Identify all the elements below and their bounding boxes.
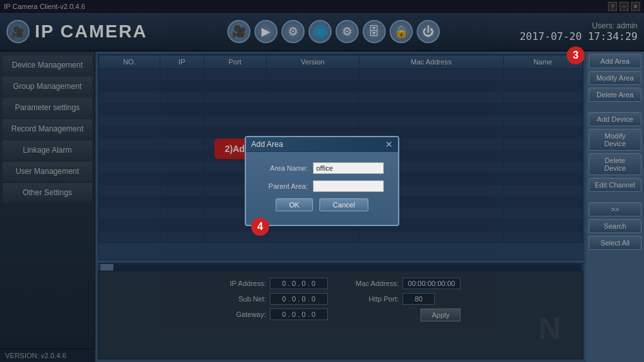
- step4-circle: 4: [251, 218, 269, 236]
- modal-title: Add Area: [251, 140, 283, 149]
- add-area-modal: Add Area ✕ Area Name: Parent Area: OK Ca…: [245, 136, 399, 226]
- area-name-input[interactable]: [313, 162, 384, 174]
- modal-title-bar: Add Area ✕: [246, 137, 398, 152]
- area-name-row: Area Name:: [256, 162, 388, 174]
- step3-circle: 3: [567, 46, 585, 64]
- modal-cancel-button[interactable]: Cancel: [319, 198, 368, 211]
- modal-close-button[interactable]: ✕: [385, 140, 393, 149]
- modal-ok-button[interactable]: OK: [276, 198, 313, 211]
- parent-area-row: Parent Area:: [256, 180, 388, 192]
- parent-area-label: Parent Area:: [256, 182, 308, 190]
- modal-overlay[interactable]: Add Area ✕ Area Name: Parent Area: OK Ca…: [0, 0, 644, 362]
- modal-body: Area Name: Parent Area: OK Cancel: [246, 152, 398, 218]
- area-name-label: Area Name:: [256, 164, 308, 172]
- parent-area-input[interactable]: [313, 180, 384, 192]
- modal-buttons: OK Cancel: [256, 198, 388, 211]
